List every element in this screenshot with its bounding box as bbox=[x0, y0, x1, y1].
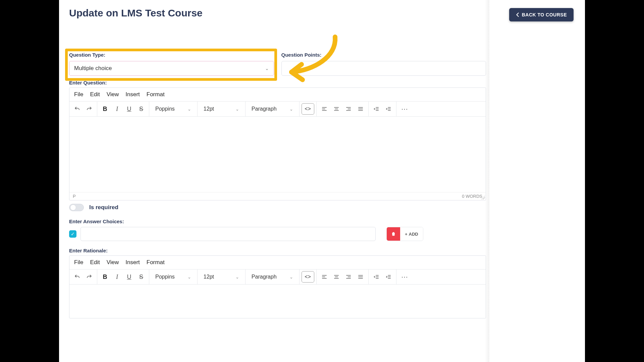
trash-icon bbox=[391, 231, 396, 237]
editor-wordcount: 0 WORDS bbox=[462, 194, 482, 199]
block-format-value: Paragraph bbox=[252, 274, 277, 280]
font-size-select[interactable]: 12pt ⌄ bbox=[200, 106, 243, 112]
is-required-label: Is required bbox=[89, 204, 118, 211]
chevron-down-icon: ⌄ bbox=[235, 107, 239, 112]
chevron-down-icon: ⌄ bbox=[289, 275, 293, 280]
align-right-button[interactable] bbox=[343, 271, 354, 283]
strikethrough-button[interactable]: S bbox=[136, 271, 147, 283]
align-left-button[interactable] bbox=[319, 271, 330, 283]
underline-button[interactable]: U bbox=[123, 271, 135, 283]
rationale-editor: File Edit View Insert Format B I U bbox=[69, 255, 486, 318]
resize-handle-icon[interactable] bbox=[481, 195, 485, 199]
redo-button[interactable] bbox=[84, 103, 95, 115]
code-button[interactable]: <> bbox=[302, 103, 314, 115]
undo-button[interactable] bbox=[71, 271, 83, 283]
font-family-select[interactable]: Poppins ⌄ bbox=[151, 274, 195, 280]
answer-choice-input[interactable] bbox=[80, 227, 376, 241]
block-format-value: Paragraph bbox=[252, 106, 277, 112]
editor-toolbar: B I U S Poppins ⌄ 12pt ⌄ bbox=[69, 269, 486, 285]
undo-button[interactable] bbox=[71, 103, 83, 115]
bold-button[interactable]: B bbox=[99, 271, 111, 283]
rationale-label: Enter Rationale: bbox=[69, 248, 486, 253]
back-to-course-button[interactable]: BACK TO COURSE bbox=[509, 8, 574, 21]
chevron-down-icon: ⌄ bbox=[235, 275, 239, 280]
menu-view[interactable]: View bbox=[107, 259, 119, 266]
indent-button[interactable] bbox=[383, 103, 394, 115]
chevron-down-icon: ⌄ bbox=[187, 107, 191, 112]
menu-view[interactable]: View bbox=[107, 91, 119, 98]
is-required-toggle[interactable] bbox=[69, 204, 84, 211]
align-justify-button[interactable] bbox=[355, 271, 366, 283]
redo-button[interactable] bbox=[84, 271, 95, 283]
align-left-button[interactable] bbox=[319, 103, 330, 115]
indent-button[interactable] bbox=[383, 271, 394, 283]
editor-path: P bbox=[73, 194, 76, 199]
add-choice-button[interactable]: + ADD bbox=[400, 227, 423, 241]
chevron-down-icon: ⌄ bbox=[289, 107, 293, 112]
block-format-select[interactable]: Paragraph ⌄ bbox=[248, 274, 297, 280]
font-size-value: 12pt bbox=[204, 106, 214, 112]
question-points-input[interactable] bbox=[281, 61, 486, 76]
font-size-value: 12pt bbox=[204, 274, 214, 280]
question-type-label: Question Type: bbox=[69, 52, 274, 58]
menu-format[interactable]: Format bbox=[147, 91, 165, 98]
font-size-select[interactable]: 12pt ⌄ bbox=[200, 274, 243, 280]
enter-question-label: Enter Question: bbox=[69, 80, 486, 85]
editor-menubar: File Edit View Insert Format bbox=[69, 88, 486, 101]
more-toolbar-button[interactable]: ⋯ bbox=[398, 105, 411, 113]
strikethrough-button[interactable]: S bbox=[136, 103, 147, 115]
italic-button[interactable]: I bbox=[111, 271, 123, 283]
font-family-value: Poppins bbox=[155, 274, 175, 280]
menu-file[interactable]: File bbox=[74, 259, 83, 266]
editor-menubar: File Edit View Insert Format bbox=[69, 256, 486, 269]
block-format-select[interactable]: Paragraph ⌄ bbox=[248, 106, 297, 112]
outdent-button[interactable] bbox=[371, 271, 382, 283]
back-to-course-label: BACK TO COURSE bbox=[522, 12, 567, 17]
question-type-value: Multiple choice bbox=[74, 65, 112, 72]
answer-choices-label: Enter Answer Choices: bbox=[69, 219, 486, 224]
align-justify-button[interactable] bbox=[355, 103, 366, 115]
code-button[interactable]: <> bbox=[302, 271, 314, 283]
italic-button[interactable]: I bbox=[111, 103, 123, 115]
answer-correct-checkbox[interactable]: ✓ bbox=[69, 230, 76, 238]
menu-format[interactable]: Format bbox=[147, 259, 165, 266]
align-right-button[interactable] bbox=[343, 103, 354, 115]
chevron-left-icon bbox=[516, 12, 519, 17]
font-family-value: Poppins bbox=[155, 106, 175, 112]
editor-toolbar: B I U S Poppins ⌄ 12pt ⌄ bbox=[69, 101, 486, 117]
bold-button[interactable]: B bbox=[99, 103, 111, 115]
chevron-down-icon: ⌄ bbox=[187, 275, 191, 280]
add-choice-label: ADD bbox=[409, 232, 418, 237]
question-points-label: Question Points: bbox=[281, 52, 486, 58]
question-type-select[interactable]: Multiple choice ⌄ bbox=[69, 61, 274, 76]
align-center-button[interactable] bbox=[331, 271, 342, 283]
rationale-editor-body[interactable] bbox=[69, 285, 486, 318]
align-center-button[interactable] bbox=[331, 103, 342, 115]
font-family-select[interactable]: Poppins ⌄ bbox=[151, 106, 195, 112]
outdent-button[interactable] bbox=[371, 103, 382, 115]
menu-edit[interactable]: Edit bbox=[90, 91, 100, 98]
delete-choice-button[interactable] bbox=[387, 227, 400, 241]
question-editor: File Edit View Insert Format B I U bbox=[69, 87, 486, 200]
menu-insert[interactable]: Insert bbox=[125, 91, 140, 98]
menu-edit[interactable]: Edit bbox=[90, 259, 100, 266]
more-toolbar-button[interactable]: ⋯ bbox=[398, 273, 411, 281]
answer-choice-row: ✓ + ADD bbox=[69, 227, 486, 241]
underline-button[interactable]: U bbox=[123, 103, 135, 115]
menu-insert[interactable]: Insert bbox=[125, 259, 140, 266]
plus-icon: + bbox=[405, 232, 408, 237]
chevron-down-icon: ⌄ bbox=[265, 66, 269, 71]
question-editor-body[interactable] bbox=[69, 117, 486, 192]
menu-file[interactable]: File bbox=[74, 91, 83, 98]
page-title: Update on LMS Test Course bbox=[69, 7, 203, 19]
